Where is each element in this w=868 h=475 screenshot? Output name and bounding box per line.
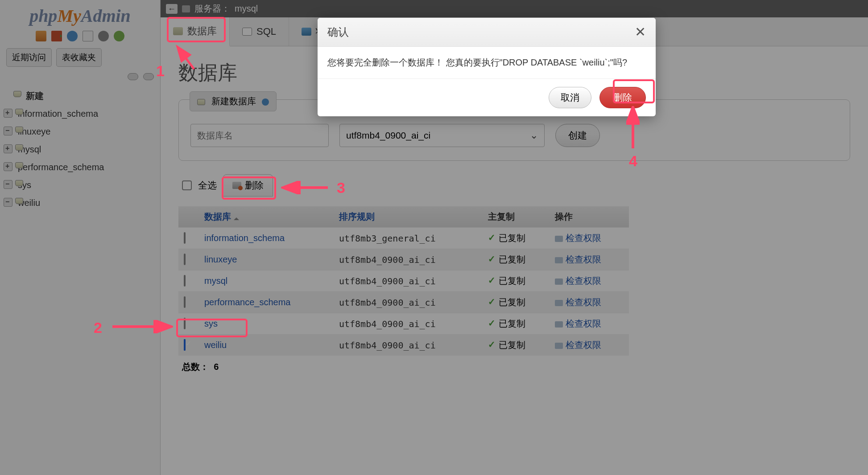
- link-icon[interactable]: [143, 73, 154, 80]
- row-checkbox[interactable]: [184, 232, 186, 244]
- check-icon: [488, 256, 496, 262]
- cancel-button[interactable]: 取消: [549, 87, 591, 108]
- create-panel-title: 新建数据库: [211, 96, 256, 106]
- create-panel-head: 新建数据库: [190, 91, 277, 111]
- check-icon: [488, 342, 496, 348]
- db-link[interactable]: linuxeye: [204, 254, 237, 264]
- logo-my: My: [57, 6, 81, 26]
- database-icon: [15, 162, 23, 168]
- delete-icon: [232, 182, 241, 189]
- collation-value: utf8mb4_0900_ai_ci: [346, 130, 430, 141]
- tree-item-linuxeye[interactable]: linuxeye: [4, 123, 157, 140]
- sort-asc-icon: [234, 215, 239, 220]
- bulk-delete-label: 删除: [245, 179, 264, 192]
- bulk-actions: 全选 删除: [178, 174, 850, 197]
- check-privileges-link[interactable]: 检查权限: [566, 340, 601, 350]
- table-row: weiliuutf8mb4_0900_ai_ci已复制检查权限: [178, 335, 629, 356]
- row-checkbox[interactable]: [184, 339, 186, 351]
- total-label: 总数：: [182, 362, 209, 372]
- replication-cell: 已复制: [483, 249, 550, 270]
- chevron-down-icon: ⌄: [530, 130, 538, 141]
- logout-icon[interactable]: [51, 31, 62, 41]
- nav-sidebar: phpMyAdmin 近期访问 表收藏夹 新建 information_sche…: [0, 0, 161, 475]
- confirm-delete-button[interactable]: 删除: [599, 87, 646, 108]
- confirm-modal: 确认 ✕ 您将要完全删除一个数据库！ 您真的要执行"DROP DATABASE …: [318, 18, 656, 116]
- check-icon: [488, 299, 496, 305]
- check-privileges-link[interactable]: 检查权限: [566, 297, 601, 307]
- logo-php: php: [29, 6, 57, 26]
- tree-item-label: performance_schema: [18, 162, 104, 172]
- privileges-icon: [555, 278, 563, 285]
- collapse-icon[interactable]: [128, 73, 138, 80]
- row-checkbox[interactable]: [184, 275, 186, 287]
- tab-favorites[interactable]: 表收藏夹: [56, 48, 102, 67]
- tree-item-performance_schema[interactable]: performance_schema: [4, 158, 157, 176]
- db-link[interactable]: mysql: [204, 276, 227, 286]
- th-ops: 操作: [550, 206, 629, 228]
- total-count: 6: [214, 362, 219, 372]
- tree-item-mysql[interactable]: mysql: [4, 140, 157, 158]
- settings-icon[interactable]: [98, 31, 109, 41]
- create-button[interactable]: 创建: [555, 124, 600, 147]
- db-link[interactable]: weiliu: [204, 340, 227, 350]
- check-icon: [488, 278, 496, 284]
- reload-icon[interactable]: [114, 31, 124, 41]
- docs-icon[interactable]: [83, 31, 93, 41]
- th-database[interactable]: 数据库: [199, 206, 334, 228]
- privileges-icon: [555, 236, 563, 242]
- collation-cell: utf8mb3_general_ci: [334, 228, 483, 249]
- db-link[interactable]: information_schema: [204, 233, 285, 243]
- tab-sql[interactable]: SQL: [230, 17, 289, 46]
- select-all-label: 全选: [198, 179, 217, 192]
- replication-cell: 已复制: [483, 313, 550, 335]
- tree-item-weiliu[interactable]: weiliu: [4, 194, 157, 212]
- help-icon[interactable]: [262, 98, 269, 106]
- table-row: mysqlutf8mb4_0900_ai_ci已复制检查权限: [178, 270, 629, 292]
- row-checkbox[interactable]: [184, 296, 186, 308]
- check-icon: [488, 235, 496, 241]
- collation-cell: utf8mb4_0900_ai_ci: [334, 249, 483, 270]
- db-link[interactable]: performance_schema: [204, 297, 290, 307]
- database-icon: [15, 198, 23, 204]
- check-icon: [488, 320, 496, 327]
- check-privileges-link[interactable]: 检查权限: [566, 254, 601, 264]
- server-label: 服务器：: [194, 3, 230, 15]
- row-checkbox[interactable]: [184, 254, 186, 265]
- logo: phpMyAdmin: [0, 0, 160, 28]
- privileges-icon: [555, 321, 563, 328]
- row-checkbox[interactable]: [184, 318, 186, 329]
- check-privileges-link[interactable]: 检查权限: [566, 276, 601, 286]
- database-icon: [15, 127, 23, 133]
- replication-cell: 已复制: [483, 228, 550, 249]
- tab-databases[interactable]: 数据库: [161, 17, 230, 46]
- db-link[interactable]: sys: [204, 319, 218, 328]
- close-icon[interactable]: ✕: [635, 25, 646, 39]
- db-name-input[interactable]: [190, 124, 329, 147]
- th-replication: 主复制: [483, 206, 550, 228]
- status-icon: [302, 28, 311, 36]
- tree-new[interactable]: 新建: [4, 87, 157, 105]
- select-all-checkbox[interactable]: [182, 180, 192, 190]
- bulk-delete-button[interactable]: 删除: [223, 174, 273, 197]
- database-icon: [15, 144, 23, 151]
- back-icon[interactable]: ←: [166, 4, 178, 14]
- database-icon: [15, 109, 23, 115]
- tree-item-information_schema[interactable]: information_schema: [4, 105, 157, 123]
- check-privileges-link[interactable]: 检查权限: [566, 233, 601, 243]
- database-icon: [15, 180, 23, 186]
- check-privileges-link[interactable]: 检查权限: [566, 319, 601, 328]
- tab-recent[interactable]: 近期访问: [6, 48, 52, 67]
- server-name: mysql: [235, 4, 258, 14]
- tab-sql-label: SQL: [256, 26, 276, 37]
- th-collation[interactable]: 排序规则: [334, 206, 483, 228]
- tab-databases-label: 数据库: [187, 25, 217, 38]
- collation-select[interactable]: utf8mb4_0900_ai_ci ⌄: [339, 124, 545, 147]
- collation-cell: utf8mb4_0900_ai_ci: [334, 292, 483, 313]
- tree-item-sys[interactable]: sys: [4, 176, 157, 194]
- database-icon: [13, 91, 21, 97]
- privileges-icon: [555, 257, 563, 263]
- modal-title: 确认: [327, 25, 349, 39]
- help-icon[interactable]: [67, 31, 78, 41]
- home-icon[interactable]: [36, 31, 46, 41]
- database-icon: [173, 27, 183, 35]
